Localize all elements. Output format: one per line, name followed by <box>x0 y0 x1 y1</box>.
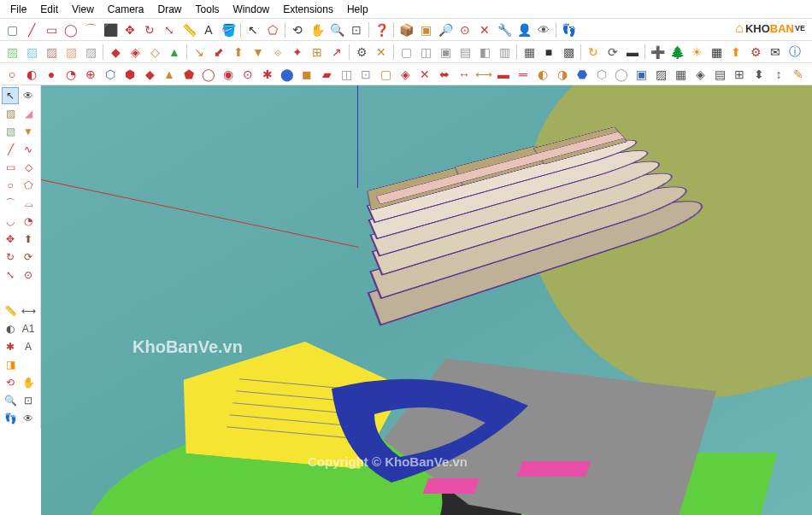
tool1-icon[interactable]: ↘ <box>190 43 209 61</box>
t17[interactable]: ▰ <box>317 65 336 84</box>
t20[interactable]: ▢ <box>376 65 395 84</box>
arc2-icon[interactable]: ⌒ <box>2 195 19 212</box>
walk-icon[interactable]: 👣 <box>2 410 19 427</box>
scale-icon[interactable]: ⤡ <box>160 20 179 39</box>
blank3[interactable] <box>20 356 37 373</box>
eraser-icon[interactable]: ◢ <box>20 105 37 122</box>
scale2-icon[interactable]: ⤡ <box>2 266 19 284</box>
t32[interactable]: ◯ <box>612 65 631 84</box>
menu-edit[interactable]: Edit <box>33 1 65 18</box>
select-icon[interactable]: ▢ <box>3 20 21 39</box>
mail-icon[interactable]: ✉ <box>766 43 785 61</box>
rect2-icon[interactable]: ▭ <box>2 159 19 176</box>
tape2-icon[interactable]: 📏 <box>2 302 19 319</box>
t6[interactable]: ⬡ <box>101 65 120 84</box>
prim2-icon[interactable]: ▧ <box>2 123 19 140</box>
box2-icon[interactable]: ◫ <box>416 43 435 61</box>
prim1-icon[interactable]: ▨ <box>2 105 19 122</box>
menu-draw[interactable]: Draw <box>151 1 189 18</box>
t5[interactable]: ⊕ <box>81 65 100 84</box>
cube2-icon[interactable]: ▨ <box>22 43 41 61</box>
t36[interactable]: ◈ <box>691 65 709 84</box>
dotted-icon[interactable]: ▩ <box>559 43 578 61</box>
magnify-icon[interactable]: ⊙ <box>456 20 474 39</box>
menu-window[interactable]: Window <box>227 1 277 18</box>
box1-icon[interactable]: ▢ <box>397 43 415 61</box>
box3-icon[interactable]: ▣ <box>436 43 455 61</box>
tool7-icon[interactable]: ⊞ <box>308 43 327 61</box>
t4[interactable]: ◔ <box>62 65 80 84</box>
refresh-icon[interactable]: ⟳ <box>603 43 622 61</box>
t19[interactable]: ⊡ <box>356 65 375 84</box>
wrench-icon[interactable]: 🔧 <box>495 20 514 39</box>
axes-icon[interactable]: ✱ <box>2 338 19 355</box>
t40[interactable]: ↕ <box>769 65 788 84</box>
t33[interactable]: ▣ <box>632 65 650 84</box>
t10[interactable]: ⬟ <box>179 65 198 84</box>
box6-icon[interactable]: ▥ <box>495 43 514 61</box>
protractor-icon[interactable]: ◐ <box>2 320 19 337</box>
feet-icon[interactable]: 👣 <box>559 20 578 39</box>
t35[interactable]: ▦ <box>671 65 690 84</box>
arc4-icon[interactable]: ◡ <box>2 213 19 230</box>
t34[interactable]: ▨ <box>651 65 670 84</box>
t39[interactable]: ⬍ <box>750 65 768 84</box>
push-icon[interactable]: ⬛ <box>101 20 120 39</box>
arc3-icon[interactable]: ⌓ <box>20 195 37 212</box>
checker-icon[interactable]: ▦ <box>707 43 726 61</box>
shape2-icon[interactable]: ◈ <box>126 43 144 61</box>
component-icon[interactable]: 📦 <box>397 20 415 39</box>
sync-icon[interactable]: ↻ <box>584 43 603 61</box>
box5-icon[interactable]: ◧ <box>475 43 494 61</box>
tool4-icon[interactable]: ▼ <box>249 43 268 61</box>
info-icon[interactable]: ⓘ <box>786 43 804 61</box>
orbit3-icon[interactable]: ⟲ <box>2 374 19 391</box>
menu-tools[interactable]: Tools <box>189 1 227 18</box>
settings-icon[interactable]: ⚙ <box>746 43 765 61</box>
cursor-icon[interactable]: ↖ <box>2 87 19 104</box>
pushpull-icon[interactable]: ⬆ <box>20 231 37 248</box>
pencil-icon[interactable]: ╱ <box>2 141 19 158</box>
circle-icon[interactable]: ◯ <box>62 20 80 39</box>
tape-icon[interactable]: 📏 <box>179 20 198 39</box>
rotrect-icon[interactable]: ◇ <box>20 159 37 176</box>
bucket-icon[interactable]: ▼ <box>20 123 37 140</box>
user-icon[interactable]: 👤 <box>515 20 533 39</box>
look-icon[interactable]: 👁 <box>20 410 37 427</box>
section-icon[interactable]: ◨ <box>2 356 19 373</box>
t24[interactable]: ↔ <box>455 65 474 84</box>
tool6-icon[interactable]: ✦ <box>288 43 307 61</box>
shape3-icon[interactable]: ◇ <box>145 43 164 61</box>
poly2-icon[interactable]: ⬠ <box>20 177 37 194</box>
zoomext-icon[interactable]: ⊡ <box>20 392 37 409</box>
cube3-icon[interactable]: ▨ <box>42 43 61 61</box>
solid-icon[interactable]: ■ <box>539 43 558 61</box>
text2-icon[interactable]: A1 <box>20 320 37 337</box>
t30[interactable]: ⬣ <box>573 65 591 84</box>
circle2-icon[interactable]: ○ <box>2 177 19 194</box>
cross-icon[interactable]: ✕ <box>475 20 494 39</box>
rect-icon[interactable]: ▭ <box>42 20 61 39</box>
poly-icon[interactable]: ⬠ <box>263 20 282 39</box>
zoom2-icon[interactable]: 🔎 <box>436 20 455 39</box>
t16[interactable]: ◼ <box>297 65 316 84</box>
t38[interactable]: ⊞ <box>730 65 749 84</box>
shape1-icon[interactable]: ◆ <box>106 43 125 61</box>
crosswrench-icon[interactable]: ✕ <box>372 43 391 61</box>
blank1[interactable] <box>2 284 19 301</box>
followme-icon[interactable]: ⟳ <box>20 249 37 266</box>
t26[interactable]: ▬ <box>494 65 513 84</box>
3dtext-icon[interactable]: A <box>20 338 37 355</box>
dim-icon[interactable]: ⟷ <box>20 302 37 319</box>
menu-camera[interactable]: Camera <box>101 1 151 18</box>
t22[interactable]: ✕ <box>415 65 434 84</box>
orbit2-icon[interactable]: 👁 <box>20 87 37 104</box>
menu-file[interactable]: File <box>3 1 33 18</box>
striped-icon[interactable]: ▦ <box>520 43 538 61</box>
upload-icon[interactable]: ⬆ <box>727 43 745 61</box>
t29[interactable]: ◑ <box>553 65 572 84</box>
t31[interactable]: ⬡ <box>592 65 611 84</box>
t11[interactable]: ◯ <box>199 65 218 84</box>
shape4-icon[interactable]: ▲ <box>165 43 184 61</box>
orbit-icon[interactable]: ⟲ <box>288 20 307 39</box>
